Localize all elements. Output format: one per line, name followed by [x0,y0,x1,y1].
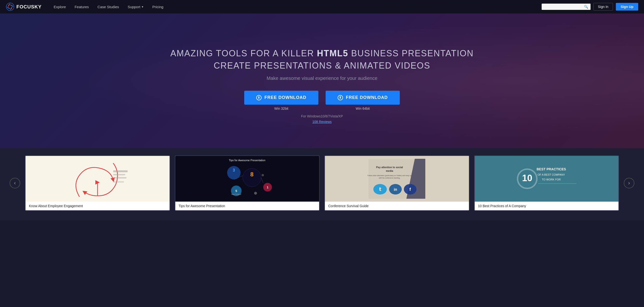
svg-text:BEST PRACTICES: BEST PRACTICES [536,167,566,171]
navbar-right: 🔍 Sign In Sign Up [542,3,638,10]
download-win64-button[interactable]: ⬇ FREE DOWNLOAD [326,91,400,105]
card-2-thumb: Tips for Awesome Presentation 3 8 5 New … [175,156,319,202]
hero-title: AMAZING TOOLS FOR A KILLER HTML5 BUSINES… [170,47,474,72]
nav-pricing[interactable]: Pricing [148,0,168,13]
svg-text:3: 3 [233,168,235,172]
svg-point-17 [254,192,257,195]
svg-text:media: media [386,170,393,172]
signup-button[interactable]: Sign Up [616,3,638,10]
svg-text:Follow other attendees (partic: Follow other attendees (particularly on … [368,175,412,177]
carousel-wrapper: ‹ [10,155,634,211]
svg-text:10: 10 [522,173,532,183]
win32-label: Win 32bit [274,107,288,110]
svg-text:5: 5 [236,189,237,193]
carousel-prev-button[interactable]: ‹ [10,178,20,188]
brand-name: FOCUSKY [16,4,42,10]
nav-links: Explore Features Case Studies Support ▼ … [49,0,542,13]
carousel-next-button[interactable]: › [624,178,634,188]
search-input[interactable] [544,5,582,9]
download-icon-64: ⬇ [338,95,343,100]
svg-point-18 [262,174,264,176]
navbar: FOCUSKY Explore Features Case Studies Su… [0,0,644,13]
download-win64-wrap: ⬇ FREE DOWNLOAD Win 64bit [326,91,400,110]
hero-subtitle: Make awesome visual experience for your … [266,75,378,81]
card-4-caption: 10 Best Practices of A Company [475,202,619,210]
hero-section: AMAZING TOOLS FOR A KILLER HTML5 BUSINES… [0,13,644,148]
card-3-svg: Pay attention to social media Follow oth… [364,159,430,199]
search-icon: 🔍 [584,5,588,9]
card-1-svg [65,156,130,202]
svg-point-0 [6,3,14,10]
card-2-svg: Tips for Awesome Presentation 3 8 5 New … [214,156,280,202]
card-3-thumb: Pay attention to social media Follow oth… [325,156,469,202]
svg-text:𝕥: 𝕥 [379,187,381,192]
card-4[interactable]: 10 BEST PRACTICES OF A BEST COMPANY TO W… [474,155,619,211]
card-1-thumb [26,156,170,202]
download-icon-32: ⬇ [256,95,262,100]
svg-text:1: 1 [267,186,268,189]
svg-rect-2 [113,170,128,172]
hero-reviews-link[interactable]: 108 Reviews [312,120,332,124]
focusky-logo-icon [6,2,14,11]
win64-label: Win 64bit [356,107,370,110]
card-1[interactable]: Know About Employee Engagement [25,155,170,211]
svg-text:with the conference hashtag.: with the conference hashtag. [378,177,400,179]
svg-text:f: f [410,187,411,192]
hero-windows-text: For Windows10/8/7Vista/XP [301,114,343,118]
card-3[interactable]: Pay attention to social media Follow oth… [324,155,470,211]
svg-text:TO WORK FOR: TO WORK FOR [542,178,561,181]
logo-link[interactable]: FOCUSKY [6,2,42,11]
svg-text:Pay attention to social: Pay attention to social [376,166,403,169]
card-4-svg: 10 BEST PRACTICES OF A BEST COMPANY TO W… [514,156,579,202]
nav-features[interactable]: Features [70,0,93,13]
card-3-caption: Conference Survival Guide [325,202,469,210]
support-dropdown-icon: ▼ [141,5,144,8]
svg-rect-3 [113,174,125,175]
svg-text:OF A BEST COMPANY: OF A BEST COMPANY [538,173,565,176]
cards-grid: Know About Employee Engagement Tips for … [25,155,619,211]
hero-buttons: ⬇ FREE DOWNLOAD Win 32bit ⬇ FREE DOWNLOA… [244,91,400,110]
download-win32-wrap: ⬇ FREE DOWNLOAD Win 32bit [244,91,318,110]
nav-case-studies[interactable]: Case Studies [93,0,123,13]
svg-text:Tips for Awesome Presentation: Tips for Awesome Presentation [229,159,266,162]
nav-support[interactable]: Support ▼ [123,0,148,13]
nav-explore[interactable]: Explore [49,0,70,13]
svg-text:8: 8 [250,171,254,178]
card-2[interactable]: Tips for Awesome Presentation 3 8 5 New … [175,155,320,211]
card-4-thumb: 10 BEST PRACTICES OF A BEST COMPANY TO W… [475,156,619,202]
search-box: 🔍 [542,3,590,10]
svg-text:in: in [394,187,397,192]
card-2-caption: Tips for Awesome Presentation [175,202,319,210]
cards-section: ‹ [0,148,644,220]
signin-button[interactable]: Sign In [594,3,613,10]
svg-rect-5 [113,181,124,183]
download-win32-button[interactable]: ⬇ FREE DOWNLOAD [244,91,318,105]
card-1-caption: Know About Employee Engagement [26,202,170,210]
hero-meta: For Windows10/8/7Vista/XP 108 Reviews [301,114,343,124]
svg-text:New Content: New Content [232,193,241,195]
svg-rect-4 [113,177,126,179]
